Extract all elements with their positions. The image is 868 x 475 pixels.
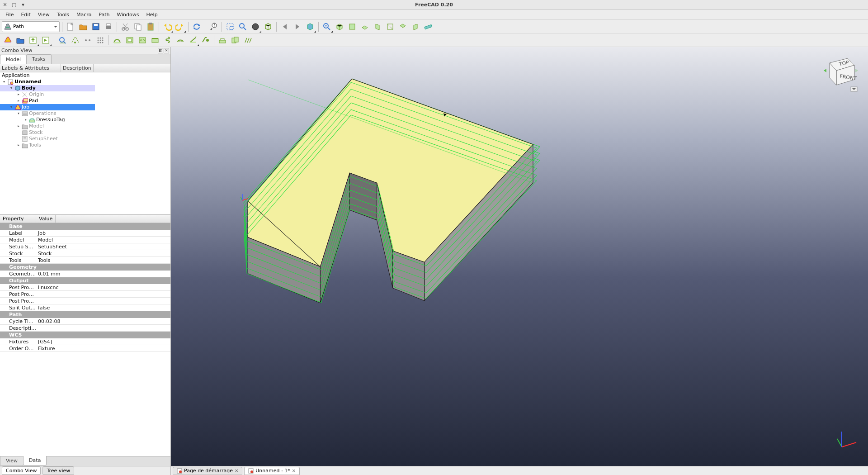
tree-root[interactable]: Application bbox=[0, 72, 170, 79]
tab-tasks[interactable]: Tasks bbox=[26, 54, 51, 64]
minimize-icon[interactable]: ▾ bbox=[21, 3, 25, 7]
expand-icon[interactable]: ▾ bbox=[9, 105, 14, 109]
property-row[interactable]: Geometry T…0,01 mm bbox=[0, 271, 170, 277]
property-group[interactable]: WCS bbox=[0, 332, 170, 338]
copy-icon[interactable] bbox=[132, 21, 144, 33]
document-tab[interactable]: Unnamed : 1*✕ bbox=[244, 467, 300, 475]
save-icon[interactable] bbox=[90, 21, 102, 33]
profile-icon[interactable] bbox=[111, 34, 123, 46]
workbench-selector[interactable]: Path bbox=[2, 21, 60, 32]
close-panel-icon[interactable]: ✕ bbox=[164, 48, 169, 53]
menu-help[interactable]: Help bbox=[143, 10, 161, 19]
menu-tools[interactable]: Tools bbox=[53, 10, 73, 19]
property-row[interactable]: StockStock bbox=[0, 250, 170, 257]
property-row[interactable]: Order Outp…Fixture bbox=[0, 345, 170, 352]
property-value[interactable]: Stock bbox=[36, 250, 170, 256]
post-icon[interactable] bbox=[40, 34, 52, 46]
inspect-icon[interactable] bbox=[57, 34, 68, 46]
property-value[interactable]: Tools bbox=[36, 257, 170, 263]
tree-row[interactable]: ▾Job bbox=[0, 104, 95, 110]
property-grid[interactable]: BaseLabelJobModelModelSetup SheetSetupSh… bbox=[0, 223, 170, 456]
tree-row[interactable]: ▾Body bbox=[0, 85, 95, 91]
paste-icon[interactable] bbox=[145, 21, 156, 33]
face-icon[interactable] bbox=[149, 34, 161, 46]
redo-icon[interactable] bbox=[174, 21, 186, 33]
property-row[interactable]: ModelModel bbox=[0, 237, 170, 243]
dots-grid-icon[interactable] bbox=[94, 34, 106, 46]
expand-icon[interactable] bbox=[16, 137, 21, 141]
cut-icon[interactable] bbox=[119, 21, 131, 33]
refresh-icon[interactable] bbox=[191, 21, 203, 33]
expand-icon[interactable]: ▾ bbox=[9, 86, 14, 90]
navcube-left-arrow-icon[interactable] bbox=[824, 69, 826, 72]
menu-edit[interactable]: Edit bbox=[17, 10, 34, 19]
close-tab-icon[interactable]: ✕ bbox=[235, 468, 238, 473]
tab-view[interactable]: View bbox=[0, 456, 24, 466]
property-value[interactable]: 0,01 mm bbox=[36, 271, 170, 277]
open-job-icon[interactable] bbox=[14, 34, 26, 46]
property-value[interactable]: Model bbox=[36, 237, 170, 243]
menu-file[interactable]: File bbox=[2, 10, 17, 19]
top-icon[interactable] bbox=[359, 21, 371, 33]
property-value[interactable] bbox=[36, 325, 170, 331]
property-row[interactable]: Fixtures[G54] bbox=[0, 338, 170, 345]
footer-tab-tree-view[interactable]: Tree view bbox=[42, 466, 74, 475]
close-tab-icon[interactable]: ✕ bbox=[292, 468, 296, 473]
property-header-value[interactable]: Value bbox=[36, 215, 56, 223]
tree-row[interactable]: ▸Origin bbox=[0, 91, 170, 98]
expand-icon[interactable]: ▸ bbox=[16, 143, 21, 147]
open-icon[interactable] bbox=[77, 21, 89, 33]
model-tree[interactable]: Application ▾Unnamed▾Body▸Origin▸Pad▾Job… bbox=[0, 72, 170, 215]
document-tab[interactable]: Page de démarrage✕ bbox=[173, 467, 242, 475]
tree-row[interactable]: SetupSheet bbox=[0, 136, 170, 142]
export-icon[interactable] bbox=[27, 34, 39, 46]
expand-icon[interactable]: ▾ bbox=[2, 80, 6, 84]
float-panel-icon[interactable]: ◧ bbox=[158, 48, 163, 53]
property-value[interactable] bbox=[36, 291, 170, 297]
bbox-icon[interactable] bbox=[262, 21, 274, 33]
helix-icon[interactable] bbox=[162, 34, 174, 46]
property-row[interactable]: Post Proce… bbox=[0, 298, 170, 304]
expand-icon[interactable]: ▸ bbox=[16, 99, 21, 103]
property-row[interactable]: ToolsTools bbox=[0, 257, 170, 264]
property-value[interactable]: linuxcnc bbox=[36, 284, 170, 290]
expand-icon[interactable]: ▸ bbox=[16, 124, 21, 128]
deburr-icon[interactable] bbox=[200, 34, 212, 46]
property-value[interactable]: false bbox=[36, 304, 170, 311]
iso-icon[interactable] bbox=[334, 21, 345, 33]
adaptive-icon[interactable] bbox=[175, 34, 186, 46]
new-icon[interactable] bbox=[65, 21, 76, 33]
link-nav-icon[interactable] bbox=[304, 21, 316, 33]
property-row[interactable]: Setup SheetSetupSheet bbox=[0, 243, 170, 250]
expand-icon[interactable]: ▸ bbox=[16, 92, 21, 97]
expand-icon[interactable]: ▸ bbox=[24, 118, 28, 122]
property-row[interactable]: Description bbox=[0, 325, 170, 332]
property-value[interactable]: Fixture bbox=[36, 345, 170, 352]
tree-row[interactable]: ▸DressupTag bbox=[0, 117, 170, 123]
measure-icon[interactable] bbox=[422, 21, 434, 33]
tree-row[interactable]: ▾Unnamed bbox=[0, 79, 170, 85]
menu-view[interactable]: View bbox=[34, 10, 53, 19]
property-group[interactable]: Geometry bbox=[0, 264, 170, 271]
menu-macro[interactable]: Macro bbox=[73, 10, 95, 19]
front-icon[interactable] bbox=[346, 21, 358, 33]
property-value[interactable]: Job bbox=[36, 230, 170, 236]
draw-style-icon[interactable] bbox=[250, 21, 261, 33]
property-group[interactable]: Output bbox=[0, 277, 170, 284]
property-row[interactable]: Split Outputfalse bbox=[0, 304, 170, 311]
tree-row[interactable]: ▾Operations bbox=[0, 110, 170, 117]
left-icon[interactable] bbox=[410, 21, 421, 33]
navigation-cube[interactable]: TOP FRONT bbox=[818, 52, 859, 92]
rear-icon[interactable] bbox=[384, 21, 396, 33]
back-icon[interactable] bbox=[279, 21, 291, 33]
tree-header-labels[interactable]: Labels & Attributes bbox=[0, 64, 61, 72]
property-group[interactable]: Base bbox=[0, 223, 170, 230]
right-icon[interactable] bbox=[372, 21, 383, 33]
property-value[interactable] bbox=[36, 298, 170, 304]
print-icon[interactable] bbox=[103, 21, 114, 33]
maximize-icon[interactable]: ▢ bbox=[12, 3, 16, 7]
sim-icon[interactable] bbox=[69, 34, 81, 46]
property-value[interactable]: 00:02:08 bbox=[36, 318, 170, 324]
tree-row[interactable]: ▸Model bbox=[0, 123, 170, 129]
property-row[interactable]: Cycle Time00:02:08 bbox=[0, 318, 170, 325]
